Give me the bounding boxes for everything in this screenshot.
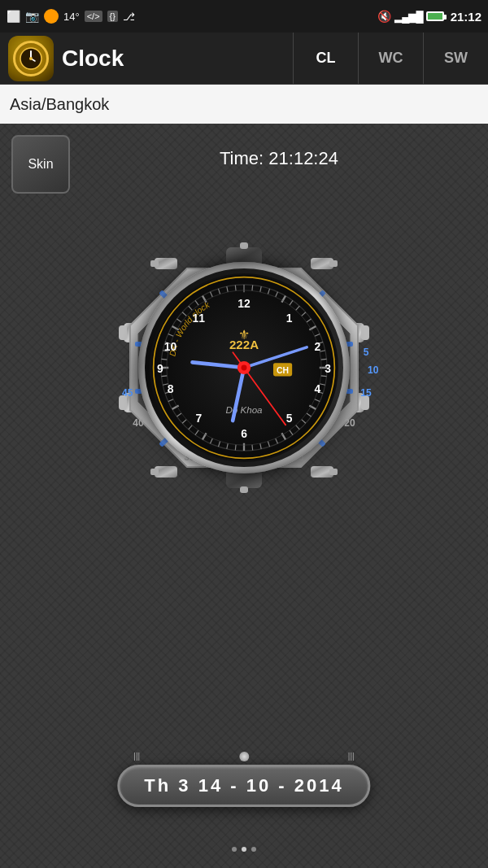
- nav-dots: [232, 847, 256, 852]
- main-content: Skin Time: 21:12:24: [0, 124, 488, 868]
- usb-icon: ⎇: [123, 11, 135, 23]
- svg-text:15: 15: [360, 387, 372, 399]
- status-right: 🔇 ▂▄▆█ 21:12: [377, 10, 481, 24]
- tab-wc[interactable]: WC: [358, 33, 423, 84]
- svg-text:5: 5: [364, 347, 369, 358]
- temp-display: 14°: [63, 11, 80, 23]
- clock-face: DK - World clock 12 1 2 3 4 5 6 7: [150, 273, 338, 462]
- timezone-bar: Asia/Bangkok: [0, 85, 488, 124]
- svg-line-63: [321, 359, 327, 360]
- status-left: ⬜ 📷 14° </> {} ⎇: [7, 9, 135, 24]
- svg-line-80: [235, 445, 236, 451]
- svg-text:⚜: ⚜: [238, 327, 250, 342]
- watch-body: 60 5 10 15 20 25 30 35 40 45: [106, 213, 382, 522]
- nav-dot-2: [242, 847, 246, 852]
- svg-point-3: [29, 57, 33, 60]
- connector-left: |||: [133, 752, 140, 761]
- tab-cl[interactable]: CL: [293, 33, 358, 84]
- svg-line-93: [161, 376, 167, 377]
- svg-text:3: 3: [325, 362, 331, 375]
- skin-label: Skin: [28, 157, 53, 172]
- mute-icon: 🔇: [377, 10, 391, 23]
- orange-circle-icon: [44, 9, 59, 24]
- svg-line-78: [252, 445, 253, 451]
- svg-line-108: [235, 285, 236, 290]
- svg-text:10: 10: [164, 340, 177, 353]
- nav-tabs: CL WC SW: [293, 33, 488, 84]
- svg-text:11: 11: [193, 312, 206, 325]
- date-bar: Th 3 14 - 10 - 2014: [117, 765, 370, 807]
- app-icon: [8, 36, 54, 81]
- svg-text:4: 4: [315, 382, 321, 395]
- date-display: ||| ||| Th 3 14 - 10 - 2014: [117, 752, 370, 807]
- svg-line-95: [161, 359, 167, 360]
- svg-text:9: 9: [157, 362, 163, 375]
- svg-text:CH: CH: [277, 366, 289, 375]
- svg-text:Do Khoa: Do Khoa: [225, 404, 263, 415]
- svg-text:8: 8: [168, 382, 174, 395]
- brackets-icon: {}: [107, 11, 118, 22]
- svg-line-50: [252, 285, 253, 290]
- tab-sw[interactable]: SW: [423, 33, 488, 84]
- svg-text:10: 10: [368, 364, 379, 376]
- svg-rect-17: [361, 325, 369, 340]
- svg-text:6: 6: [241, 427, 247, 440]
- time-label: Time:: [220, 148, 264, 168]
- nav-dot-1: [232, 847, 237, 852]
- svg-text:1: 1: [286, 312, 293, 325]
- date-text: Th 3 14 - 10 - 2014: [144, 775, 343, 796]
- signal-icon: ▂▄▆█: [394, 11, 422, 23]
- svg-text:7: 7: [195, 412, 202, 425]
- nav-dot-3: [251, 847, 256, 852]
- clock-face-container: DK - World clock 12 1 2 3 4 5 6 7: [138, 262, 350, 473]
- battery-icon: [426, 11, 444, 21]
- camera-icon: 📷: [25, 10, 39, 23]
- mini-clock: [13, 41, 49, 76]
- code-icon: </>: [85, 11, 102, 22]
- svg-rect-23: [240, 242, 248, 249]
- app-title: Clock: [62, 46, 293, 72]
- svg-text:12: 12: [237, 297, 251, 310]
- svg-text:45: 45: [122, 387, 133, 399]
- clock-svg: DK - World clock 12 1 2 3 4 5 6 7: [150, 273, 338, 462]
- time-display: Time: 21:12:24: [220, 148, 338, 169]
- status-time: 21:12: [451, 10, 481, 24]
- app-header: Clock CL WC SW: [0, 33, 488, 85]
- clock-bezel: DK - World clock 12 1 2 3 4 5 6 7: [138, 262, 350, 473]
- skin-button[interactable]: Skin: [11, 135, 70, 194]
- watch-container: 60 5 10 15 20 25 30 35 40 45: [106, 213, 382, 522]
- svg-line-65: [321, 376, 327, 377]
- clock-inner-bezel: DK - World clock 12 1 2 3 4 5 6 7: [145, 268, 343, 467]
- status-bar: ⬜ 📷 14° </> {} ⎇ 🔇 ▂▄▆█ 21:12: [0, 0, 488, 33]
- screen-icon: ⬜: [7, 10, 20, 23]
- connector-right: |||: [348, 752, 355, 761]
- timezone-text: Asia/Bangkok: [10, 95, 109, 114]
- svg-text:2: 2: [315, 340, 321, 353]
- svg-rect-25: [240, 486, 248, 493]
- time-value: 21:12:24: [268, 148, 338, 168]
- svg-rect-13: [119, 325, 127, 340]
- svg-point-136: [242, 365, 247, 371]
- svg-text:5: 5: [286, 412, 293, 425]
